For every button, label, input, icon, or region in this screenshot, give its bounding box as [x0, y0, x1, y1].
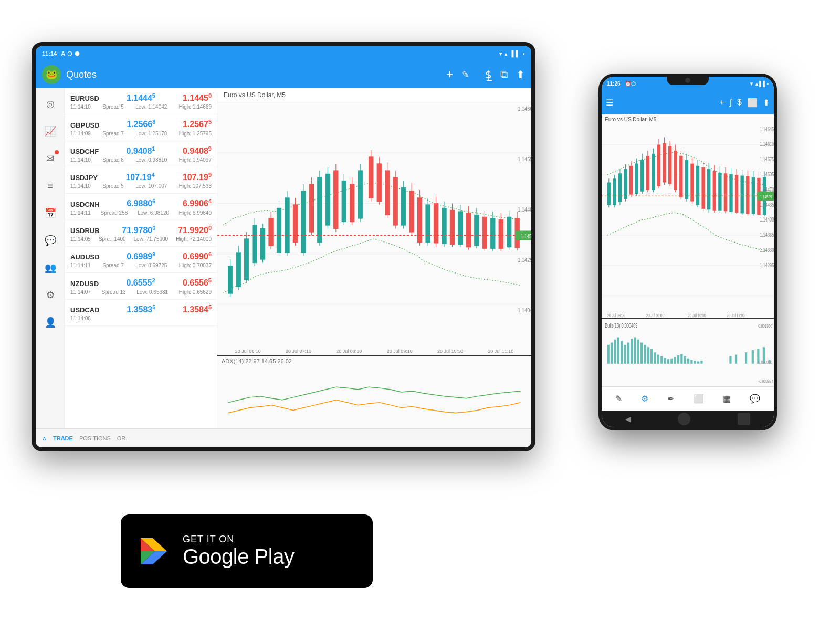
phone-currency-icon[interactable]: $ [737, 98, 742, 107]
quote-low-audusd: Low: 0.69725 [135, 262, 167, 268]
phone-candlestick-svg: 1.14529 1.14645 1.14610 1.14575 1.14505 … [602, 114, 774, 386]
svg-rect-193 [697, 362, 699, 364]
phone-recents-button[interactable] [738, 413, 750, 425]
phone-back-button[interactable]: ◀ [625, 415, 631, 423]
quote-audusd[interactable]: AUDUSD 0.69899 0.69906 11:14:11 Spread 7… [65, 247, 217, 273]
svg-rect-180 [654, 352, 656, 364]
svg-rect-176 [640, 343, 643, 364]
tablet-candlestick-svg: 1.14529 1.14669 1.14550 1.14400 1.14250 … [217, 102, 531, 355]
quote-usdrub[interactable]: USDRUB 71.97800 71.99200 11:14:05 Spre..… [65, 220, 217, 247]
battery-icon: ▪ [523, 50, 525, 57]
phone-tool-chat[interactable]: 💬 [750, 394, 760, 404]
phone-screen: 11:26 ⏰ ⬡ ▼▲ ▌▌ ▪ ☰ + ∫ $ ⬜ ⬆ Euro vs US… [602, 77, 774, 427]
quote-spread-usdjpy: Spread 5 [102, 183, 124, 189]
google-play-button[interactable]: GET IT ON Google Play [121, 514, 373, 588]
quote-bid-usdjpy: 107.194 [125, 172, 154, 182]
quote-ask-usdchf: 0.94089 [183, 145, 212, 156]
tablet-nav-right-icons: $̲ ⧉ ⬆ [485, 68, 525, 81]
sidebar-accounts-icon[interactable]: 👥 [41, 258, 60, 277]
sidebar-settings-icon[interactable]: ⚙ [41, 286, 60, 304]
sidebar-chat-icon[interactable]: 💬 [41, 231, 60, 250]
tab-trade[interactable]: TRADE [53, 435, 73, 442]
quote-spread-nzdusd: Spread 13 [101, 289, 125, 295]
phone-function-icon[interactable]: ∫ [730, 98, 732, 107]
quote-high-nzdusd: High: 0.65629 [179, 289, 212, 295]
phone-tool-draw[interactable]: ✒ [667, 394, 674, 404]
x-label-2: 20 Jul 07:10 [286, 349, 311, 354]
svg-rect-168 [614, 340, 616, 364]
phone-location-icon: ⬡ [631, 81, 636, 87]
quote-ask-audusd: 0.69906 [183, 251, 212, 261]
svg-rect-169 [617, 337, 620, 363]
phone-chart-area[interactable]: Euro vs US Dollar, M5 [602, 114, 774, 386]
phone-battery-icon: ▪ [766, 81, 769, 87]
quote-symbol-usdrub: USDRUB [70, 227, 100, 235]
sidebar-mail-icon[interactable]: ✉ [41, 149, 60, 168]
phone-add-icon[interactable]: + [719, 98, 724, 107]
window-icon[interactable]: ⧉ [500, 68, 508, 81]
svg-rect-198 [752, 350, 754, 364]
svg-text:0.001960: 0.001960 [758, 323, 772, 329]
phone-time: 11:26 [607, 81, 621, 87]
svg-rect-171 [624, 345, 626, 364]
phone-tool-indicator[interactable]: ⚙ [641, 394, 648, 404]
app-logo[interactable]: 🐸 [42, 65, 61, 84]
chevron-up-icon[interactable]: ∧ [42, 435, 47, 442]
sidebar-profile-icon[interactable]: 👤 [41, 313, 60, 332]
svg-rect-195 [729, 356, 731, 363]
phone-window-icon[interactable]: ⬜ [747, 98, 758, 108]
svg-rect-197 [745, 352, 747, 364]
svg-text:1.14610: 1.14610 [760, 141, 774, 147]
quote-usdcnh[interactable]: USDCNH 6.98806 6.99064 11:14:11 Spread 2… [65, 194, 217, 220]
svg-rect-179 [650, 349, 653, 364]
google-play-logo [135, 533, 172, 570]
phone-tool-snapshot[interactable]: ⬜ [694, 394, 704, 404]
quote-high-usdjpy: High: 107.533 [179, 183, 212, 189]
add-button[interactable]: + [446, 68, 453, 81]
quote-time-audusd: 11:14:11 [70, 262, 91, 268]
quote-high-usdchf: High: 0.94097 [179, 157, 212, 163]
phone-tool-grid[interactable]: ▦ [723, 394, 731, 404]
quote-bid-audusd: 0.69899 [127, 251, 155, 261]
svg-rect-183 [664, 358, 666, 364]
tab-orders[interactable]: OR... [117, 435, 131, 442]
get-it-on-label: GET IT ON [183, 534, 294, 545]
quote-nzdusd[interactable]: NZDUSD 0.65552 0.65565 11:14:07 Spread 1… [65, 273, 217, 299]
quote-ask-gbpusd: 1.25675 [183, 119, 212, 129]
quote-gbpusd[interactable]: GBPUSD 1.25668 1.25675 11:14:09 Spread 7… [65, 114, 217, 141]
sidebar-calendar-icon[interactable]: 📅 [41, 204, 60, 223]
quote-time-usdjpy: 11:14:10 [70, 183, 91, 189]
google-play-logo-svg [138, 536, 170, 567]
sidebar-chart-icon[interactable]: 📈 [41, 122, 60, 141]
quote-time-usdcnh: 11:14:11 [70, 210, 91, 216]
tablet-chart-main[interactable]: 1.14529 1.14669 1.14550 1.14400 1.14250 … [217, 102, 531, 355]
quote-symbol-usdcad: USDCAD [70, 306, 100, 314]
quote-high-usdrub: High: 72.14000 [176, 236, 212, 242]
tablet-adx-title: ADX(14) 22.97 14.65 26.02 [222, 358, 292, 364]
notification-icon: A [61, 50, 65, 57]
svg-rect-191 [690, 360, 692, 364]
phone-home-button[interactable] [678, 413, 690, 425]
quote-usdjpy[interactable]: USDJPY 107.194 107.199 11:14:10 Spread 5… [65, 167, 217, 194]
quote-usdchf[interactable]: USDCHF 0.94081 0.94089 11:14:10 Spread 8… [65, 141, 217, 167]
phone-tool-pen[interactable]: ✎ [615, 394, 622, 404]
svg-rect-188 [680, 354, 682, 364]
edit-button[interactable]: ✎ [461, 69, 469, 80]
upload-icon[interactable]: ⬆ [516, 68, 525, 81]
phone-upload-icon[interactable]: ⬆ [763, 98, 770, 108]
phone-menu-icon[interactable]: ☰ [606, 98, 613, 108]
quote-time-eurusd: 11:14:10 [70, 104, 91, 110]
tablet-bottom-bar: ∧ TRADE POSITIONS OR... [36, 428, 531, 447]
sidebar-news-icon[interactable]: ≡ [41, 176, 60, 195]
sidebar-quotes-icon[interactable]: ◎ [41, 94, 60, 113]
google-play-label: Google Play [183, 545, 294, 569]
svg-text:1.14042: 1.14042 [518, 307, 531, 313]
quote-eurusd[interactable]: EURUSD 1.14445 1.14450 11:14:10 Spread 5… [65, 88, 217, 114]
tab-positions[interactable]: POSITIONS [79, 435, 111, 442]
currency-icon[interactable]: $̲ [485, 68, 492, 81]
quote-usdcad[interactable]: USDCAD 1.35835 1.35845 11:14:08 [65, 300, 217, 326]
svg-text:1.14575: 1.14575 [760, 156, 774, 162]
svg-rect-167 [611, 343, 613, 364]
svg-rect-172 [627, 343, 629, 364]
quote-symbol-usdcnh: USDCNH [70, 201, 100, 208]
